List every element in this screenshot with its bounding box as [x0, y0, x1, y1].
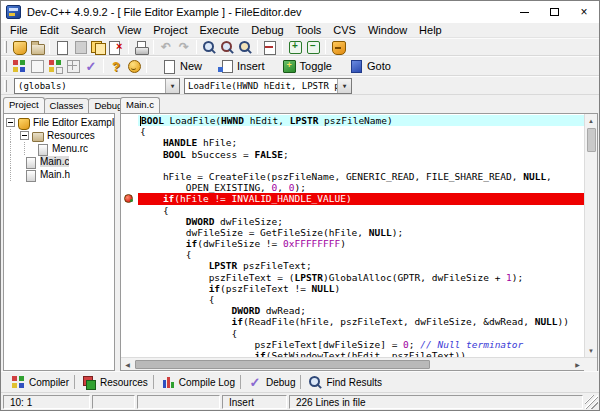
menu-help[interactable]: Help	[413, 23, 448, 37]
horizontal-scrollbar-thumb[interactable]	[135, 360, 430, 369]
new-project-icon[interactable]	[10, 39, 28, 55]
new-button[interactable]: New	[158, 58, 207, 75]
code-line-breakpoint: if(hFile != INVALID_HANDLE_VALUE)	[121, 193, 584, 204]
save-icon[interactable]	[71, 39, 89, 55]
close-button[interactable]: ×	[569, 1, 599, 23]
print-icon[interactable]	[132, 39, 150, 55]
function-combobox[interactable]: LoadFile(HWND hEdit, LPSTR psz ▼	[184, 78, 352, 94]
undo-icon[interactable]	[157, 39, 175, 55]
titlebar[interactable]: Dev-C++ 4.9.9.2 - [ File Editor Example …	[1, 1, 599, 23]
gutter	[121, 260, 138, 271]
breakpoint-icon[interactable]	[124, 194, 133, 203]
code-area[interactable]: BOOL LoadFile(HWND hEdit, LPSTR pszFileN…	[121, 114, 584, 357]
chevron-down-icon[interactable]: ▼	[337, 79, 351, 93]
replace-icon[interactable]	[218, 39, 236, 55]
collapse-icon[interactable]	[6, 118, 15, 127]
file-icon	[36, 143, 50, 155]
maximize-button[interactable]	[539, 1, 569, 23]
tab-project[interactable]: Project	[3, 97, 45, 113]
new-file-icon[interactable]	[53, 39, 71, 55]
scope-combobox[interactable]: (globals) ▼	[14, 78, 180, 94]
resize-grip[interactable]	[585, 395, 598, 409]
menu-project[interactable]: Project	[147, 23, 193, 37]
goto-button[interactable]: Goto	[345, 58, 396, 75]
chevron-down-icon[interactable]: ▼	[165, 79, 179, 93]
menu-window[interactable]: Window	[362, 23, 413, 37]
scroll-right-icon[interactable]: ▶	[571, 358, 584, 371]
menu-debug[interactable]: Debug	[245, 23, 289, 37]
menu-file[interactable]: File	[4, 23, 34, 37]
scroll-down-icon[interactable]: ▼	[585, 344, 598, 357]
project-tree[interactable]: File Editor Example Resources Menu.rc	[3, 113, 115, 371]
find-icon[interactable]	[200, 39, 218, 55]
tree-connector	[24, 142, 36, 155]
find-in-files-icon[interactable]	[236, 39, 254, 55]
editor-frame: BOOL LoadFile(HWND hEdit, LPSTR pszFileN…	[120, 113, 598, 371]
tree-item-resources[interactable]: Resources	[6, 129, 114, 142]
goto-button-icon	[347, 58, 365, 74]
bottom-tabs: CompilerResourcesCompile LogDebugFind Re…	[1, 371, 599, 392]
vertical-scrollbar[interactable]: ▲ ▼	[584, 114, 597, 357]
code-line-text: if(ReadFile(hFile, pszFileText, dwFileSi…	[138, 316, 584, 327]
bottom-tab-compile-log[interactable]: Compile Log	[154, 372, 240, 392]
close-file-icon[interactable]	[107, 39, 125, 55]
bottom-tab-resources[interactable]: Resources	[75, 372, 153, 392]
bottom-tab-debug[interactable]: Debug	[241, 372, 300, 392]
profile-icon[interactable]	[125, 58, 143, 74]
menu-search[interactable]: Search	[65, 23, 112, 37]
menu-execute[interactable]: Execute	[193, 23, 245, 37]
folder-icon	[31, 130, 45, 142]
tree-item-project[interactable]: File Editor Example	[6, 116, 114, 129]
redo-icon[interactable]	[175, 39, 193, 55]
code-line-text: pszFileText = (LPSTR)GlobalAlloc(GPTR, d…	[138, 272, 584, 283]
devcpp-window: Dev-C++ 4.9.9.2 - [ File Editor Example …	[0, 0, 600, 411]
vertical-scrollbar-thumb[interactable]	[587, 128, 596, 152]
status-empty-panel	[137, 395, 220, 409]
remove-file-icon[interactable]	[304, 39, 322, 55]
compile-run-icon[interactable]	[46, 58, 64, 74]
tree-item-menu-rc[interactable]: Menu.rc	[6, 142, 114, 155]
toolbar-main	[1, 38, 599, 56]
scope-combobox-value: (globals)	[15, 81, 165, 91]
run-icon[interactable]	[28, 58, 46, 74]
menu-view[interactable]: View	[112, 23, 148, 37]
open-project-icon[interactable]	[28, 39, 46, 55]
tree-item-main-h[interactable]: Main.h	[6, 168, 114, 181]
gutter-breakpoint[interactable]	[121, 193, 138, 204]
tab-main-c[interactable]: Main.c	[120, 97, 160, 113]
minimize-icon	[520, 12, 529, 13]
toolbar-handle[interactable]	[4, 41, 7, 53]
scroll-up-icon[interactable]: ▲	[585, 114, 598, 127]
goto-line-icon[interactable]	[261, 39, 279, 55]
menu-cvs[interactable]: CVS	[327, 23, 362, 37]
bottom-tab-find-results[interactable]: Find Results	[301, 372, 387, 392]
syntax-check-icon[interactable]	[82, 58, 100, 74]
compile-icon[interactable]	[10, 58, 28, 74]
gutter	[121, 171, 138, 182]
rebuild-all-icon[interactable]	[64, 58, 82, 74]
toggle-button[interactable]: Toggle	[278, 58, 337, 75]
tree-item-main-c[interactable]: Main.c	[6, 155, 114, 168]
function-combobox-value: LoadFile(HWND hEdit, LPSTR psz	[185, 81, 337, 91]
add-file-icon[interactable]	[286, 39, 304, 55]
gutter	[121, 160, 138, 171]
goto-button-label: Goto	[367, 60, 391, 72]
toolbar-handle[interactable]	[4, 60, 7, 72]
minimize-button[interactable]	[509, 1, 539, 23]
tree-item-label: Main.c	[40, 156, 69, 167]
project-options-icon[interactable]	[329, 39, 347, 55]
toolbar-compile: NewInsertToggleGoto	[1, 56, 599, 76]
code-line: DWORD dwFileSize;	[121, 216, 584, 227]
toolbar-handle[interactable]	[4, 80, 7, 92]
gutter	[121, 126, 138, 137]
menu-tools[interactable]: Tools	[290, 23, 328, 37]
help-icon[interactable]	[107, 58, 125, 74]
tab-classes[interactable]: Classes	[44, 98, 90, 113]
menu-edit[interactable]: Edit	[34, 23, 65, 37]
insert-button[interactable]: Insert	[215, 58, 270, 75]
collapse-icon[interactable]	[20, 131, 29, 140]
horizontal-scrollbar[interactable]: ◀ ▶	[121, 357, 597, 370]
scroll-left-icon[interactable]: ◀	[121, 358, 134, 371]
bottom-tab-compiler[interactable]: Compiler	[4, 372, 74, 392]
save-all-icon[interactable]	[89, 39, 107, 55]
